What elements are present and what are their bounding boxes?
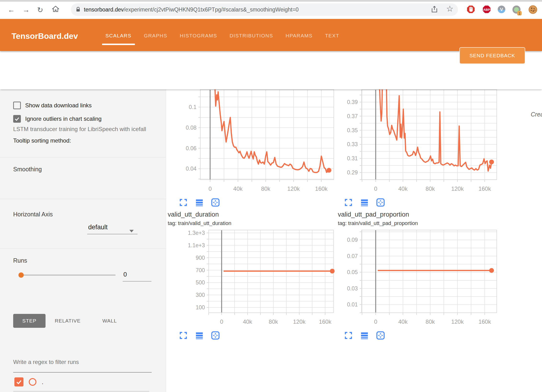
svg-text:V: V	[500, 7, 503, 12]
chart4-tag: tag: train/valid_utt_pad_proportion	[338, 220, 502, 226]
svg-text:40k: 40k	[233, 185, 243, 192]
chart-card-1: tag: train/……_p………_……… 0.040.060.080.104…	[168, 86, 339, 207]
runs-filter-underline	[13, 372, 152, 373]
svg-text:0.09: 0.09	[347, 237, 358, 243]
axis-relative-button[interactable]: RELATIVE	[46, 318, 90, 324]
svg-text:900: 900	[196, 255, 205, 261]
created-text-clipped: Crea	[531, 111, 542, 118]
chevron-down-icon[interactable]	[129, 230, 134, 232]
recorder-extension-icon[interactable]: 1	[511, 5, 520, 14]
smoothing-slider-thumb[interactable]	[18, 272, 24, 278]
horizontal-axis-buttons: STEP RELATIVE WALL	[13, 314, 129, 328]
fullscreen-icon[interactable]	[344, 331, 353, 340]
chart1-toolbar	[168, 198, 339, 207]
cookie-icon[interactable]	[528, 5, 537, 14]
axis-wall-button[interactable]: WALL	[90, 318, 129, 324]
ignore-outliers-checkbox[interactable]	[13, 115, 21, 123]
share-icon[interactable]	[430, 5, 438, 14]
lock-icon	[75, 7, 81, 12]
send-feedback-button[interactable]: SEND FEEDBACK	[459, 47, 525, 64]
ignore-outliers-row[interactable]: Ignore outliers in chart scaling	[13, 115, 102, 123]
chart4-plot[interactable]: 0.010.030.050.070.09040k80k120k160k	[338, 230, 502, 328]
show-download-links-row[interactable]: Show data download links	[13, 102, 92, 109]
smoothing-value-underline	[123, 281, 151, 282]
svg-text:120k: 120k	[293, 318, 306, 325]
svg-text:120k: 120k	[451, 185, 464, 192]
smoothing-value[interactable]: 0	[123, 271, 127, 278]
home-icon[interactable]	[52, 5, 60, 14]
fit-domain-icon[interactable]	[211, 198, 220, 207]
axis-step-button[interactable]: STEP	[13, 314, 46, 328]
fit-domain-icon[interactable]	[376, 198, 385, 207]
runs-list-icon[interactable]	[360, 331, 369, 340]
ignore-outliers-label: Ignore outliers in chart scaling	[25, 115, 102, 122]
tab-hparams[interactable]: HPARAMS	[286, 33, 313, 39]
blocker-hand-icon[interactable]	[466, 5, 475, 14]
svg-text:120k: 120k	[451, 318, 464, 325]
chart3-plot[interactable]: 1003005007009001.1e+31.3e+3040k80k120k16…	[168, 230, 339, 328]
svg-text:160k: 160k	[315, 185, 328, 192]
url-text: tensorboard.dev/experiment/cj2vtPiwQHKN9…	[84, 6, 299, 13]
svg-text:40k: 40k	[398, 318, 408, 325]
bookmark-star-icon[interactable]: ☆	[446, 4, 453, 13]
tab-histograms[interactable]: HISTOGRAMS	[180, 33, 217, 39]
smoothing-slider-track[interactable]	[19, 275, 115, 276]
check-icon	[16, 379, 22, 385]
fullscreen-icon[interactable]	[344, 198, 353, 207]
run-checkbox[interactable]	[14, 377, 23, 386]
runs-list-icon[interactable]	[195, 331, 204, 340]
svg-text:ABP: ABP	[483, 8, 490, 12]
tooltip-sorting-select[interactable]: default	[88, 224, 108, 231]
forward-icon[interactable]: →	[23, 6, 30, 14]
svg-text:0.31: 0.31	[347, 155, 358, 161]
show-download-links-checkbox[interactable]	[13, 102, 21, 109]
chart1-plot[interactable]: 0.040.060.080.1040k80k120k160k	[168, 89, 339, 195]
svg-text:0: 0	[374, 318, 377, 325]
app-header: TensorBoard.dev SCALARSGRAPHSHISTOGRAMSD…	[0, 19, 542, 51]
svg-text:0.29: 0.29	[347, 169, 358, 176]
browser-toolbar: ← → ↻ tensorboard.dev/experiment/cj2vtPi…	[0, 0, 542, 19]
tab-text[interactable]: TEXT	[325, 33, 340, 39]
svg-text:40k: 40k	[243, 318, 253, 325]
chart3-tag: tag: train/valid_utt_duration	[168, 220, 339, 226]
abp-icon[interactable]: ABP	[482, 5, 491, 14]
chart2-plot[interactable]: 0.290.310.330.350.370.39040k80k120k160k	[338, 89, 502, 195]
run-row[interactable]: .	[14, 377, 43, 386]
fit-domain-icon[interactable]	[376, 331, 385, 340]
horizontal-axis-label: Horizontal Axis	[13, 211, 53, 218]
tab-graphs[interactable]: GRAPHS	[144, 33, 167, 39]
vimium-icon[interactable]: V	[497, 5, 506, 14]
fit-domain-icon[interactable]	[211, 331, 220, 340]
fullscreen-icon[interactable]	[179, 198, 188, 207]
back-icon[interactable]: ←	[8, 6, 15, 14]
runs-filter-input[interactable]: Write a regex to filter runs	[13, 359, 79, 365]
svg-text:0.06: 0.06	[186, 145, 196, 151]
experiment-subtitle: LSTM transducer training for LibriSpeech…	[13, 126, 146, 133]
window-top-edge	[0, 0, 542, 2]
app-logo[interactable]: TensorBoard.dev	[12, 31, 78, 41]
svg-text:0.39: 0.39	[347, 99, 358, 105]
chart-card-2: tag: train/……_s……p…_……… 0.290.310.330.35…	[338, 86, 502, 207]
tab-distributions[interactable]: DISTRIBUTIONS	[230, 33, 273, 39]
tab-scalars[interactable]: SCALARS	[105, 33, 132, 39]
run-color-swatch[interactable]	[29, 378, 36, 386]
url-bar[interactable]: tensorboard.dev/experiment/cj2vtPiwQHKN9…	[71, 3, 458, 16]
fullscreen-icon[interactable]	[179, 331, 188, 340]
svg-text:0.05: 0.05	[347, 269, 358, 275]
svg-text:0.01: 0.01	[347, 301, 358, 308]
tooltip-sorting-underline	[87, 234, 138, 234]
chart3-title: valid_utt_duration	[168, 211, 339, 218]
chart-card-3: valid_utt_duration tag: train/valid_utt_…	[168, 211, 339, 340]
svg-text:0.37: 0.37	[347, 113, 358, 119]
check-icon	[14, 116, 20, 122]
svg-text:1.1e+3: 1.1e+3	[188, 242, 205, 248]
runs-list-icon[interactable]	[360, 198, 369, 207]
chart4-toolbar	[338, 331, 502, 340]
svg-text:80k: 80k	[426, 318, 435, 325]
toggle-all-runs-button[interactable]: TOGGLE ALL RUNS	[13, 391, 149, 392]
reload-icon[interactable]: ↻	[37, 6, 43, 14]
svg-text:0.04: 0.04	[186, 166, 196, 172]
runs-list-icon[interactable]	[195, 198, 204, 207]
show-download-links-label: Show data download links	[25, 102, 92, 109]
svg-text:0.33: 0.33	[347, 141, 358, 147]
